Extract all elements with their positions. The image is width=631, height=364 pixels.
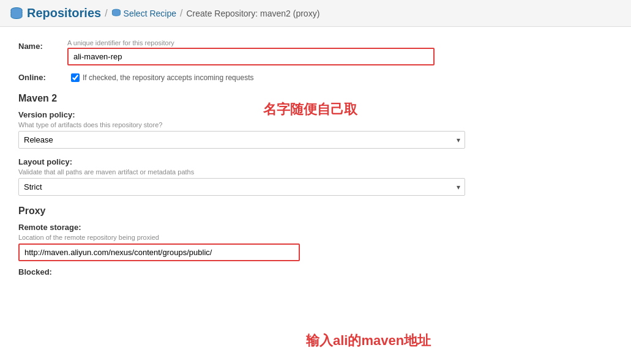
online-checkbox[interactable] [71,73,80,82]
proxy-section: Proxy Remote storage: Location of the re… [18,206,613,277]
breadcrumb-sep-1: / [105,8,107,19]
name-annotation: 名字随便自己取 [263,100,357,119]
name-label: Name: [18,39,67,51]
version-policy-select[interactable]: Release Snapshot Mixed [18,131,465,149]
layout-policy-desc: Validate that all paths are maven artifa… [18,168,613,176]
layout-policy-select[interactable]: Strict Permissive [18,178,465,196]
remote-storage-desc: Location of the remote repository being … [18,234,613,241]
layout-policy-select-wrap: Strict Permissive ▾ [18,178,465,196]
layout-policy-label: Layout policy: [18,157,613,166]
select-recipe-icon [111,9,121,18]
breadcrumb-current: Create Repository: maven2 (proxy) [186,9,319,18]
online-row: Online: If checked, the repository accep… [18,73,613,82]
repositories-icon [10,7,23,20]
breadcrumb: Repositories / Select Recipe / Create Re… [0,0,631,27]
url-annotation: 输入ali的maven地址 [306,332,431,350]
name-input[interactable] [67,48,435,65]
name-hint: A unique identifier for this repository [67,39,613,46]
online-desc: If checked, the repository accepts incom… [83,73,253,82]
breadcrumb-sep-2: / [180,8,182,19]
repositories-title: Repositories [27,6,101,20]
remote-storage-label: Remote storage: [18,223,613,232]
online-checkbox-wrap: If checked, the repository accepts incom… [71,73,253,82]
blocked-label: Blocked: [18,267,613,277]
remote-storage-input[interactable] [18,243,300,261]
online-label: Online: [18,73,67,82]
breadcrumb-select-recipe[interactable]: Select Recipe [111,9,176,18]
version-policy-desc: What type of artifacts does this reposit… [18,121,613,128]
main-content: Name: A unique identifier for this repos… [0,27,631,289]
layout-policy-section: Layout policy: Validate that all paths a… [18,157,613,196]
proxy-section-title: Proxy [18,206,613,217]
name-input-wrap: A unique identifier for this repository [67,39,613,65]
version-policy-select-wrap: Release Snapshot Mixed ▾ [18,131,465,149]
name-row: Name: A unique identifier for this repos… [18,39,613,65]
